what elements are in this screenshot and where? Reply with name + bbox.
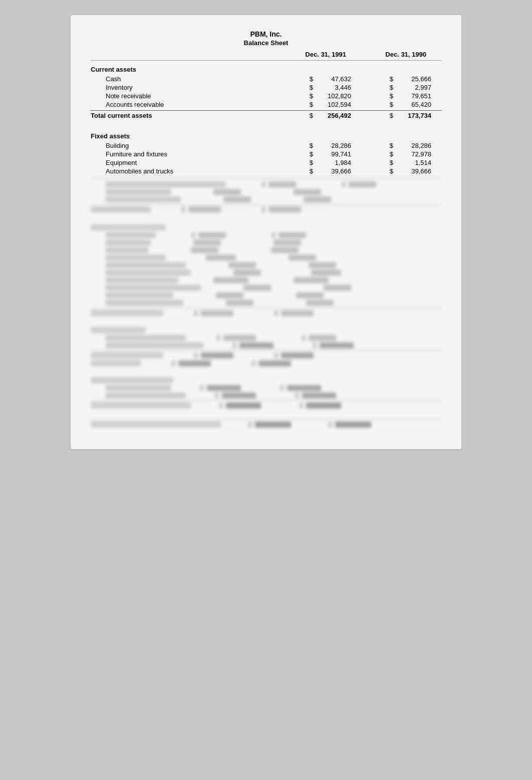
- dollar-sign: $: [390, 84, 393, 91]
- accounts-receivable-1991: $ 102,594: [281, 101, 361, 108]
- equipment-1991: $ 1,984: [281, 159, 361, 166]
- balance-sheet-document: PBM, Inc. Balance Sheet Dec. 31, 1991 De…: [71, 15, 461, 449]
- cash-1990: $ 25,666: [361, 75, 441, 83]
- equipment-row: Equipment $ 1,984 $ 1,514: [91, 159, 441, 166]
- dollar-sign: $: [310, 112, 313, 119]
- dollar-sign: $: [310, 92, 313, 100]
- accounts-receivable-label: Accounts receivable: [91, 101, 281, 108]
- total-current-assets-row: Total current assets $ 256,492 $ 173,734: [91, 110, 441, 119]
- fixed-assets-label: Fixed assets: [91, 132, 441, 140]
- building-row: Building $ 28,286 $ 28,286: [91, 142, 441, 149]
- accounts-receivable-row: Accounts receivable $ 102,594 $ 65,420: [91, 101, 441, 108]
- col-header-1991: Dec. 31, 1991: [276, 51, 356, 58]
- dollar-sign: $: [390, 92, 393, 100]
- total-current-assets-label: Total current assets: [91, 112, 281, 119]
- company-name: PBM, Inc.: [91, 30, 441, 38]
- inventory-1991: $ 3,446: [281, 84, 361, 91]
- dollar-sign: $: [390, 142, 393, 149]
- note-receivable-1991: $ 102,820: [281, 92, 361, 100]
- blurred-remainder: [91, 178, 441, 428]
- current-assets-label: Current assets: [91, 66, 441, 73]
- building-label: Building: [91, 142, 281, 149]
- automobiles-row: Automobiles and trucks $ 39,666 $ 39,666: [91, 167, 441, 175]
- document-title: Balance Sheet: [91, 39, 441, 47]
- dollar-sign: $: [310, 159, 313, 166]
- total-current-1991: $ 256,492: [281, 112, 361, 119]
- cash-row: Cash $ 47,632 $ 25,666: [91, 75, 441, 83]
- automobiles-label: Automobiles and trucks: [91, 167, 281, 175]
- cash-label: Cash: [91, 75, 281, 83]
- dollar-sign: $: [310, 150, 313, 158]
- furniture-1990: $ 72,978: [361, 150, 441, 158]
- note-receivable-1990: $ 79,651: [361, 92, 441, 100]
- accounts-receivable-1990: $ 65,420: [361, 101, 441, 108]
- dollar-sign: $: [390, 150, 393, 158]
- furniture-1991: $ 99,741: [281, 150, 361, 158]
- inventory-label: Inventory: [91, 84, 281, 91]
- inventory-1990: $ 2,997: [361, 84, 441, 91]
- dollar-sign: $: [310, 142, 313, 149]
- cash-1991: $ 47,632: [281, 75, 361, 83]
- building-1990: $ 28,286: [361, 142, 441, 149]
- dollar-sign: $: [310, 101, 313, 108]
- automobiles-1991: $ 39,666: [281, 167, 361, 175]
- equipment-1990: $ 1,514: [361, 159, 441, 166]
- building-1991: $ 28,286: [281, 142, 361, 149]
- inventory-row: Inventory $ 3,446 $ 2,997: [91, 84, 441, 91]
- dollar-sign: $: [390, 101, 393, 108]
- dollar-sign: $: [390, 167, 393, 175]
- total-current-1990: $ 173,734: [361, 112, 441, 119]
- dollar-sign: $: [390, 159, 393, 166]
- dollar-sign: $: [310, 75, 313, 83]
- dollar-sign: $: [390, 112, 393, 119]
- furniture-row: Furniture and fixtures $ 99,741 $ 72,978: [91, 150, 441, 158]
- automobiles-1990: $ 39,666: [361, 167, 441, 175]
- equipment-label: Equipment: [91, 159, 281, 166]
- col-header-1990: Dec. 31, 1990: [356, 51, 436, 58]
- note-receivable-row: Note receivable $ 102,820 $ 79,651: [91, 92, 441, 100]
- dollar-sign: $: [310, 84, 313, 91]
- note-receivable-label: Note receivable: [91, 92, 281, 100]
- dollar-sign: $: [390, 75, 393, 83]
- dollar-sign: $: [310, 167, 313, 175]
- column-headers: Dec. 31, 1991 Dec. 31, 1990: [91, 51, 441, 61]
- furniture-label: Furniture and fixtures: [91, 150, 281, 158]
